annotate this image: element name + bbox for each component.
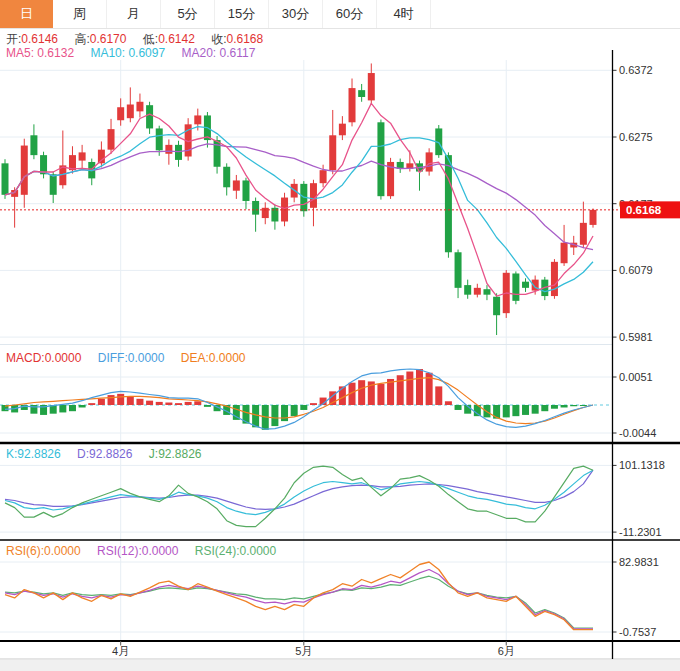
diff-value: 0.0000 — [128, 351, 165, 365]
open-label: 开: — [6, 32, 21, 46]
svg-text:-0.7537: -0.7537 — [619, 626, 656, 638]
k-group: K:92.8826 — [6, 447, 61, 461]
svg-text:0.6275: 0.6275 — [619, 131, 653, 143]
tab-30min[interactable]: 30分 — [269, 0, 323, 28]
tab-month[interactable]: 月 — [107, 0, 161, 28]
svg-text:0.0051: 0.0051 — [619, 371, 653, 383]
tab-5min[interactable]: 5分 — [161, 0, 215, 28]
d-value: 92.8826 — [89, 447, 132, 461]
open-group: 开:0.6146 — [6, 32, 58, 46]
svg-text:-11.2301: -11.2301 — [619, 526, 662, 538]
d-group: D:92.8826 — [77, 447, 132, 461]
close-value: 0.6168 — [227, 32, 264, 46]
svg-text:4月: 4月 — [112, 645, 129, 657]
diff-group: DIFF:0.0000 — [98, 351, 165, 365]
rsi24-group: RSI(24):0.0000 — [195, 544, 276, 558]
ma10-group: MA10: 0.6097 — [90, 46, 165, 60]
svg-text:0.6168: 0.6168 — [626, 204, 662, 216]
tab-day[interactable]: 日 — [0, 0, 53, 28]
low-label: 低: — [143, 32, 158, 46]
rsi6-label: RSI(6): — [6, 544, 44, 558]
high-group: 高:0.6170 — [74, 32, 126, 46]
timeframe-tabbar: 日 周 月 5分 15分 30分 60分 4时 — [0, 0, 680, 29]
rsi24-label: RSI(24): — [195, 544, 240, 558]
high-value: 0.6170 — [90, 32, 127, 46]
svg-text:101.1318: 101.1318 — [619, 459, 665, 471]
k-label: K: — [6, 447, 17, 461]
j-group: J:92.8826 — [149, 447, 202, 461]
d-label: D: — [77, 447, 89, 461]
dea-value: 0.0000 — [209, 351, 246, 365]
svg-text:-0.0044: -0.0044 — [619, 427, 656, 439]
macd-label: MACD: — [6, 351, 45, 365]
macd-group: MACD:0.0000 — [6, 351, 81, 365]
rsi12-group: RSI(12):0.0000 — [97, 544, 178, 558]
kdj-readout: K:92.8826 D:92.8826 J:92.8826 — [6, 447, 215, 461]
diff-label: DIFF: — [98, 351, 128, 365]
ma-readout: MA5: 0.6132 MA10: 0.6097 MA20: 0.6117 — [6, 46, 268, 60]
svg-text:0.6079: 0.6079 — [619, 264, 653, 276]
j-value: 92.8826 — [158, 447, 201, 461]
dea-group: DEA:0.0000 — [181, 351, 246, 365]
rsi12-value: 0.0000 — [142, 544, 179, 558]
tab-week[interactable]: 周 — [53, 0, 107, 28]
rsi6-value: 0.0000 — [44, 544, 81, 558]
ma5-group: MA5: 0.6132 — [6, 46, 74, 60]
svg-text:0.5981: 0.5981 — [619, 331, 653, 343]
svg-text:0.6372: 0.6372 — [619, 64, 653, 76]
ma20-value: 0.6117 — [220, 46, 256, 60]
close-label: 收: — [211, 32, 226, 46]
svg-text:82.9831: 82.9831 — [619, 556, 659, 568]
svg-text:5月: 5月 — [295, 645, 312, 657]
tab-60min[interactable]: 60分 — [323, 0, 377, 28]
rsi12-label: RSI(12): — [97, 544, 142, 558]
low-group: 低:0.6142 — [143, 32, 195, 46]
ma20-label: MA20: — [181, 46, 216, 60]
tab-4hour[interactable]: 4时 — [377, 0, 431, 28]
ma5-label: MA5: — [6, 46, 34, 60]
open-value: 0.6146 — [21, 32, 58, 46]
svg-text:6月: 6月 — [498, 645, 515, 657]
macd-value: 0.0000 — [45, 351, 82, 365]
ma20-group: MA20: 0.6117 — [181, 46, 255, 60]
chart-canvas[interactable]: 0.63720.62750.61770.60790.59810.61680.00… — [0, 0, 680, 671]
k-value: 92.8826 — [17, 447, 60, 461]
high-label: 高: — [74, 32, 89, 46]
ma5-value: 0.6132 — [37, 46, 74, 60]
j-label: J: — [149, 447, 158, 461]
rsi24-value: 0.0000 — [239, 544, 276, 558]
ma10-value: 0.6097 — [128, 46, 165, 60]
ma10-label: MA10: — [90, 46, 125, 60]
close-group: 收:0.6168 — [211, 32, 263, 46]
rsi6-group: RSI(6):0.0000 — [6, 544, 81, 558]
rsi-readout: RSI(6):0.0000 RSI(12):0.0000 RSI(24):0.0… — [6, 544, 289, 558]
low-value: 0.6142 — [158, 32, 195, 46]
macd-readout: MACD:0.0000 DIFF:0.0000 DEA:0.0000 — [6, 351, 258, 365]
trading-chart-app: 0.63720.62750.61770.60790.59810.61680.00… — [0, 0, 680, 671]
tab-15min[interactable]: 15分 — [215, 0, 269, 28]
dea-label: DEA: — [181, 351, 209, 365]
